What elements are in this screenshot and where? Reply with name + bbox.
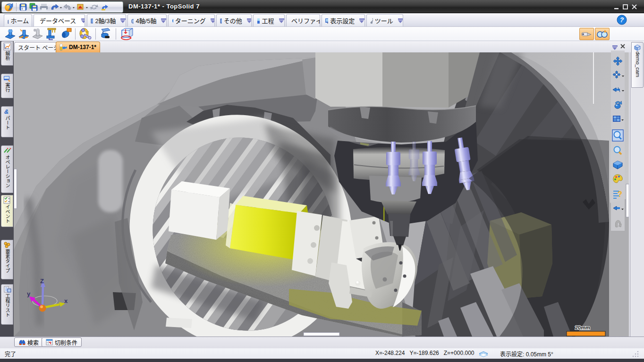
svg-text:y: y bbox=[27, 290, 31, 297]
svg-text:&: & bbox=[4, 108, 8, 115]
svg-text:Z: Z bbox=[40, 278, 44, 285]
svg-text:?: ? bbox=[618, 190, 622, 198]
svg-text:x: x bbox=[64, 297, 68, 304]
svg-text:?: ? bbox=[620, 16, 624, 24]
svg-text:20mm: 20mm bbox=[575, 325, 590, 330]
